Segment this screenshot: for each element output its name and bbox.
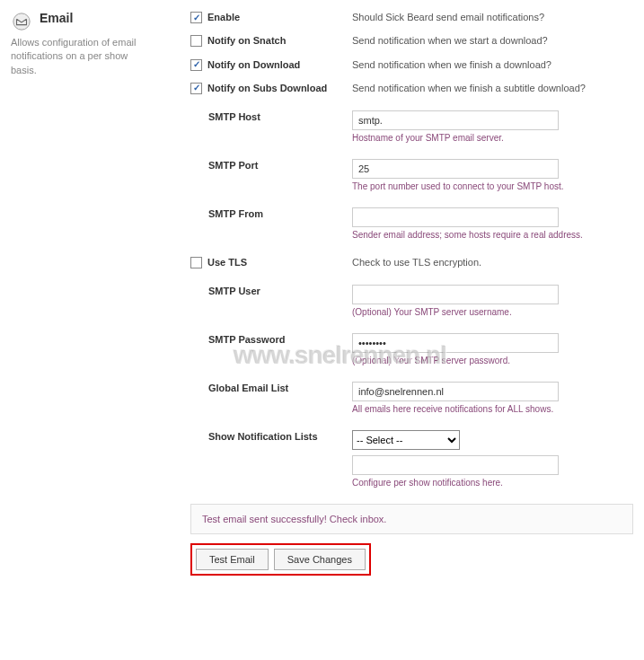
global-email-help: All emails here receive notifications fo…	[352, 404, 633, 414]
enable-checkbox[interactable]	[190, 12, 202, 23]
button-highlight: Test Email Save Changes	[190, 543, 371, 576]
smtp-from-input[interactable]	[352, 207, 559, 227]
show-lists-input[interactable]	[352, 455, 559, 475]
global-email-input[interactable]	[352, 382, 559, 401]
email-icon	[11, 11, 32, 32]
snatch-desc: Send notification when we start a downlo…	[352, 35, 633, 46]
svg-point-0	[13, 13, 30, 30]
subs-desc: Send notification when we finish a subti…	[352, 83, 633, 93]
snatch-checkbox[interactable]	[190, 35, 202, 47]
smtp-host-help: Hostname of your SMTP email server.	[352, 133, 633, 143]
smtp-from-help: Sender email address; some hosts require…	[352, 230, 633, 240]
smtp-port-help: The port number used to connect to your …	[352, 181, 633, 191]
show-lists-label: Show Notification Lists	[208, 430, 318, 443]
smtp-port-label: SMTP Port	[208, 159, 258, 172]
subs-label: Notify on Subs Download	[207, 82, 327, 94]
tls-desc: Check to use TLS encryption.	[352, 257, 633, 268]
download-label: Notify on Download	[207, 58, 300, 71]
smtp-pass-input[interactable]	[352, 333, 559, 353]
download-checkbox[interactable]	[190, 59, 202, 71]
test-email-button[interactable]: Test Email	[196, 549, 269, 570]
smtp-port-input[interactable]	[352, 159, 559, 179]
download-desc: Send notification when we finish a downl…	[352, 59, 633, 70]
tls-label: Use TLS	[207, 256, 247, 268]
tls-checkbox[interactable]	[190, 257, 202, 268]
section-desc: Allows configuration of email notificati…	[11, 36, 154, 77]
global-email-label: Global Email List	[208, 382, 288, 394]
smtp-pass-label: SMTP Password	[208, 333, 285, 346]
show-lists-select[interactable]: -- Select --	[352, 430, 460, 450]
smtp-from-label: SMTP From	[208, 207, 263, 220]
smtp-host-input[interactable]	[352, 110, 559, 130]
section-title: Email	[40, 11, 73, 25]
show-lists-help: Configure per show notifications here.	[352, 478, 633, 488]
subs-checkbox[interactable]	[190, 83, 202, 94]
smtp-host-label: SMTP Host	[208, 110, 260, 123]
smtp-pass-help: (Optional) Your SMTP server password.	[352, 356, 633, 365]
enable-desc: Should Sick Beard send email notificatio…	[352, 12, 633, 22]
smtp-user-input[interactable]	[352, 285, 559, 304]
enable-label: Enable	[207, 11, 240, 23]
status-message: Test email sent successfully! Check inbo…	[190, 504, 633, 534]
snatch-label: Notify on Snatch	[207, 34, 286, 47]
smtp-user-help: (Optional) Your SMTP server username.	[352, 307, 633, 317]
smtp-user-label: SMTP User	[208, 285, 260, 297]
save-changes-button[interactable]: Save Changes	[274, 549, 366, 570]
